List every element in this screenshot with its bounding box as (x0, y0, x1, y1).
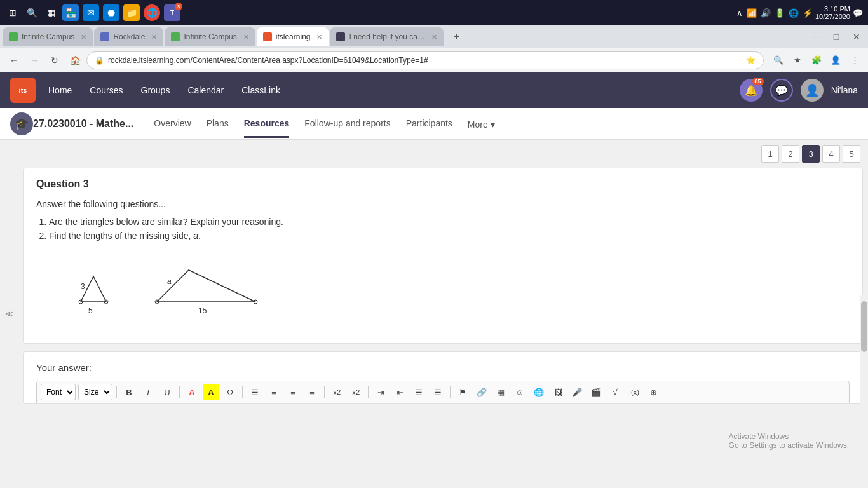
chat-button[interactable]: 💬 (770, 79, 793, 102)
new-tab-button[interactable]: + (447, 28, 465, 46)
username[interactable]: Ni'lana (831, 85, 858, 95)
math-btn[interactable]: √ (607, 384, 623, 400)
chrome-icon[interactable]: 🌐 (144, 4, 160, 21)
notification-icon[interactable]: 💬 (853, 8, 863, 18)
tab-label: Infinite Campus (184, 32, 236, 41)
superscript-btn[interactable]: x2 (348, 384, 364, 400)
tab-close[interactable]: ✕ (151, 33, 157, 41)
flag-btn[interactable]: ⚑ (454, 384, 471, 400)
tab-close[interactable]: ✕ (431, 33, 437, 41)
triangles-svg: 3 5 a 15 (49, 251, 278, 321)
bold-btn[interactable]: B (121, 384, 137, 400)
formula-btn[interactable]: f(x) (626, 384, 642, 400)
tab-resources[interactable]: Resources (244, 109, 290, 138)
search-browser-btn[interactable]: 🔍 (770, 52, 787, 69)
align-left-btn[interactable]: ☰ (247, 384, 263, 400)
audio-btn[interactable]: 🎤 (569, 384, 585, 400)
subscript-btn[interactable]: x2 (329, 384, 345, 400)
indent-btn[interactable]: ⇥ (372, 384, 389, 400)
tab-favicon (263, 32, 272, 41)
nav-courses[interactable]: Courses (90, 83, 123, 98)
sidebar-toggle[interactable]: ≪ (0, 140, 18, 488)
nav-home[interactable]: Home (48, 83, 72, 98)
maximize-btn[interactable]: □ (827, 28, 845, 46)
avatar[interactable]: 👤 (801, 79, 824, 102)
tab-followup[interactable]: Follow-up and reports (304, 109, 390, 138)
image-btn[interactable]: 🖼 (550, 384, 566, 400)
tab-label: I need help if you can help me (349, 32, 425, 41)
minimize-btn[interactable]: ─ (807, 28, 825, 46)
files-icon[interactable]: 📁 (123, 4, 140, 21)
font-color-btn[interactable]: A (184, 384, 200, 400)
special-char-btn[interactable]: Ω (222, 384, 238, 400)
size-select[interactable]: Size (78, 384, 112, 400)
font-select[interactable]: Font (41, 384, 76, 400)
back-btn[interactable]: ← (5, 51, 23, 69)
scrollbar-track[interactable] (860, 295, 868, 488)
extensions-btn[interactable]: 🧩 (808, 52, 825, 69)
align-justify-btn[interactable]: ≡ (304, 384, 320, 400)
tab-close[interactable]: ✕ (316, 33, 322, 41)
page-1-btn[interactable]: 1 (761, 145, 779, 163)
task-view-icon[interactable]: ▦ (43, 5, 58, 20)
highlight-btn[interactable]: A (203, 384, 219, 400)
nav-groups[interactable]: Groups (141, 83, 170, 98)
its-logo[interactable]: its (10, 78, 36, 103)
tab-close[interactable]: ✕ (243, 33, 249, 41)
link-btn[interactable]: 🔗 (473, 384, 490, 400)
ordered-list-btn[interactable]: ☰ (410, 384, 427, 400)
tab-infinite-campus-1[interactable]: Infinite Campus ✕ (3, 27, 93, 46)
home-btn[interactable]: 🏠 (66, 51, 84, 69)
question-card: Question 3 Answer the following question… (23, 168, 863, 344)
start-icon[interactable]: ⊞ (5, 5, 20, 20)
tab-overview[interactable]: Overview (154, 109, 191, 138)
bell-button[interactable]: 🔔 85 (740, 79, 763, 102)
profile-btn[interactable]: 👤 (827, 52, 844, 69)
mail-icon[interactable]: ✉ (83, 4, 99, 21)
clock: 3:10 PM 10/27/2020 (815, 5, 850, 20)
refresh-btn[interactable]: ↻ (46, 51, 64, 69)
pagination: 1 2 3 4 5 (23, 140, 863, 168)
video-btn[interactable]: 🎬 (588, 384, 604, 400)
bookmark-btn[interactable]: ★ (789, 52, 806, 69)
menu-btn[interactable]: ⋮ (846, 52, 863, 69)
emoji-btn[interactable]: ☺ (512, 384, 528, 400)
separator (368, 386, 369, 398)
page-2-btn[interactable]: 2 (782, 145, 799, 163)
course-tabs: Overview Plans Resources Follow-up and r… (154, 109, 858, 138)
outdent-btn[interactable]: ⇤ (391, 384, 408, 400)
separator (242, 386, 243, 398)
tab-infinite-campus-2[interactable]: Infinite Campus ✕ (165, 27, 255, 46)
tab-rockdale[interactable]: Rockdale ✕ (94, 27, 163, 46)
forward-btn[interactable]: → (25, 51, 43, 69)
nav-classlink[interactable]: ClassLink (241, 83, 280, 98)
embed-btn[interactable]: 🌐 (531, 384, 547, 400)
tab-participants[interactable]: Participants (406, 109, 452, 138)
tab-itslearning[interactable]: itslearning ✕ (257, 27, 329, 46)
store-icon[interactable]: 🏪 (62, 4, 79, 21)
page-3-btn[interactable]: 3 (802, 145, 820, 163)
tab-more[interactable]: More ▾ (468, 109, 495, 138)
tab-plans[interactable]: Plans (207, 109, 229, 138)
tab-help[interactable]: I need help if you can help me ✕ (330, 27, 444, 46)
search-icon[interactable]: 🔍 (24, 5, 39, 20)
address-bar[interactable]: 🔒 rockdale.itslearning.com/ContentArea/C… (86, 51, 764, 69)
italic-btn[interactable]: I (140, 384, 156, 400)
page-4-btn[interactable]: 4 (822, 145, 840, 163)
page-5-btn[interactable]: 5 (843, 145, 860, 163)
underline-btn[interactable]: U (159, 384, 175, 400)
question-title: Question 3 (36, 179, 850, 190)
table-btn[interactable]: ▦ (492, 384, 509, 400)
close-btn[interactable]: ✕ (848, 28, 865, 46)
tab-close[interactable]: ✕ (81, 33, 86, 41)
align-center-btn[interactable]: ≡ (266, 384, 282, 400)
unordered-list-btn[interactable]: ☰ (430, 384, 446, 400)
more-tools-btn[interactable]: ⊕ (645, 384, 661, 400)
tab-favicon (9, 32, 18, 41)
align-right-btn[interactable]: ≡ (285, 384, 301, 400)
teams-icon[interactable]: T3 (164, 4, 180, 21)
separator (179, 386, 180, 398)
scrollbar-thumb[interactable] (861, 301, 867, 352)
edge-icon[interactable]: ⬣ (103, 4, 119, 21)
nav-calendar[interactable]: Calendar (187, 83, 224, 98)
